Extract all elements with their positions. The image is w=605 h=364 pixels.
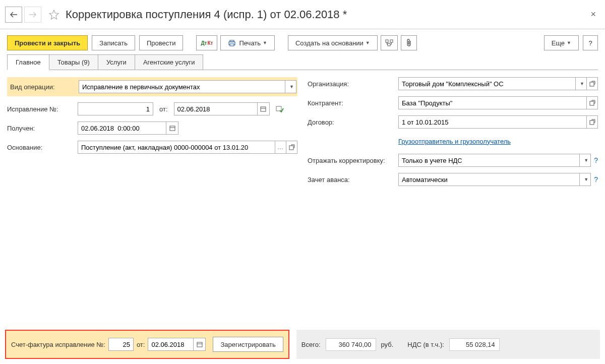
operation-type-field[interactable] [79,80,285,93]
organization-open-button[interactable] [587,77,598,90]
structure-button[interactable] [381,35,398,50]
svg-rect-12 [590,82,594,86]
invoice-date-input[interactable] [148,338,194,351]
reflect-label: Отражать корректировку: [308,157,398,164]
svg-rect-5 [388,43,390,46]
date-ok-icon[interactable] [276,105,284,112]
window-title: Корректировка поступления 4 (испр. 1) от… [66,8,586,21]
arrow-right-icon [29,12,37,18]
basis-input[interactable] [78,141,275,154]
organization-dropdown[interactable]: ▼ [576,77,587,90]
vat-label: НДС (в т.ч.): [407,341,444,348]
invoice-no-input[interactable] [108,338,134,351]
save-button[interactable]: Записать [92,35,135,50]
invoice-register-block: Счет-фактура исправление №: от: Зарегист… [5,330,289,359]
paperclip-icon [405,39,412,47]
advance-dropdown[interactable]: ▼ [580,173,591,186]
svg-rect-6 [261,107,266,111]
reflect-input[interactable] [398,154,580,167]
invoice-label: Счет-фактура исправление №: [11,341,105,348]
dt-kt-button[interactable]: ДтКт [196,35,217,50]
basis-select-button[interactable]: ... [275,141,286,154]
svg-rect-8 [276,106,281,111]
calendar-button[interactable] [194,338,206,351]
help-button[interactable]: ? [583,35,598,50]
chevron-down-icon: ▼ [366,40,370,45]
post-button[interactable]: Провести [139,35,184,50]
basis-open-button[interactable] [286,141,297,154]
advance-label: Зачет аванса: [308,176,398,184]
favorite-star-icon[interactable] [47,8,60,21]
contract-open-button[interactable] [587,115,598,129]
reflect-dropdown[interactable]: ▼ [580,154,591,167]
calendar-icon [260,106,266,112]
more-button[interactable]: Еще ▼ [544,35,579,50]
calendar-button[interactable] [258,102,270,115]
register-button[interactable]: Зарегистрировать [213,337,283,352]
tab-main[interactable]: Главное [7,54,49,70]
correction-no-label: Исправление №: [7,105,78,113]
counterparty-input[interactable] [398,96,587,109]
kt-icon: Кт [207,40,213,46]
chevron-down-icon: ▼ [263,40,267,45]
tab-goods[interactable]: Товары (9) [49,54,98,70]
svg-rect-11 [289,146,293,150]
chevron-down-icon: ▼ [289,84,294,89]
svg-rect-13 [590,101,594,105]
calendar-icon [169,125,175,131]
correction-date-input[interactable] [174,102,258,115]
chevron-down-icon: ▼ [584,177,588,182]
dt-icon: Дт [201,40,207,46]
help-icon[interactable]: ? [594,175,598,184]
close-button[interactable]: × [586,7,600,22]
organization-input[interactable] [398,77,576,90]
calendar-icon [197,341,203,347]
svg-rect-4 [390,40,393,42]
svg-rect-15 [197,342,202,347]
contract-input[interactable] [398,115,587,129]
nav-forward-button[interactable] [24,7,41,23]
basis-label: Основание: [7,144,78,151]
help-icon[interactable]: ? [594,156,598,164]
printer-icon [228,39,236,46]
counterparty-open-button[interactable] [587,96,598,109]
open-icon [589,81,595,87]
operation-type-label: Вид операции: [8,83,79,91]
open-icon [589,119,595,125]
print-button[interactable]: Печать ▼ [220,35,275,50]
svg-rect-3 [386,40,388,42]
chevron-down-icon: ▼ [567,40,571,45]
from-label: от: [159,105,168,113]
counterparty-label: Контрагент: [308,99,398,107]
received-input[interactable] [78,122,166,135]
open-icon [589,100,595,106]
total-value: 360 740,00 [326,338,376,351]
correction-no-input[interactable] [78,102,153,115]
structure-icon [385,39,393,46]
currency-label: руб. [381,341,394,348]
contract-label: Договор: [308,118,398,126]
open-icon [289,144,295,150]
post-and-close-button[interactable]: Провести и закрыть [7,35,88,50]
nav-back-button[interactable] [5,7,22,23]
chevron-down-icon: ▼ [584,158,588,163]
attachment-button[interactable] [401,35,417,50]
consignor-link[interactable]: Грузоотправитель и грузополучатель [398,138,511,145]
calendar-button[interactable] [166,122,178,135]
svg-rect-2 [230,44,234,46]
svg-rect-9 [170,126,175,131]
chevron-down-icon: ▼ [580,81,584,86]
tab-agency[interactable]: Агентские услуги [135,54,204,70]
advance-input[interactable] [398,173,580,186]
svg-rect-14 [590,120,594,125]
create-based-on-button[interactable]: Создать на основании ▼ [288,35,378,50]
total-label: Всего: [301,341,321,348]
received-label: Получен: [7,125,78,132]
svg-rect-1 [230,40,234,42]
operation-type-dropdown[interactable]: ▼ [285,80,296,93]
tab-services[interactable]: Услуги [98,54,135,70]
organization-label: Организация: [308,80,398,88]
from-label: от: [137,341,145,348]
arrow-left-icon [10,12,18,18]
totals-block: Всего: 360 740,00 руб. НДС (в т.ч.): 55 … [296,330,600,359]
